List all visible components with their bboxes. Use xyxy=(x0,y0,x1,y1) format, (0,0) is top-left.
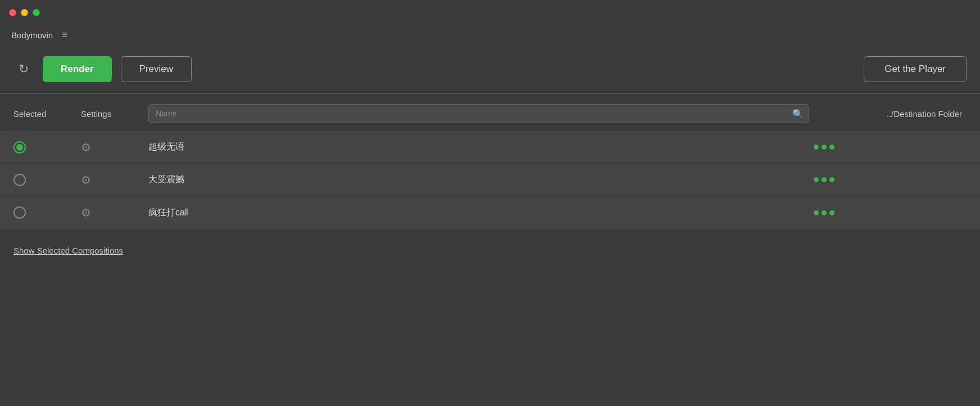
green-dots-2 xyxy=(814,177,834,182)
dot xyxy=(814,177,819,182)
search-wrapper: 🔍 xyxy=(148,104,809,123)
cell-settings-3: ⚙ xyxy=(81,206,148,219)
app-title: Bodymovin xyxy=(11,30,53,40)
maximize-button[interactable] xyxy=(33,9,40,16)
radio-button-1[interactable] xyxy=(13,141,26,154)
gear-icon-1[interactable]: ⚙ xyxy=(81,141,91,154)
green-dots-1 xyxy=(814,145,834,150)
cell-settings-1: ⚙ xyxy=(81,141,148,154)
get-player-button[interactable]: Get the Player xyxy=(864,56,967,82)
preview-button[interactable]: Preview xyxy=(121,56,192,82)
cell-selected-1 xyxy=(13,141,81,154)
dot xyxy=(829,177,834,182)
cell-settings-2: ⚙ xyxy=(81,173,148,187)
minimize-button[interactable] xyxy=(21,9,28,16)
cell-name-1: 超级无语 xyxy=(148,141,809,153)
gear-icon-3[interactable]: ⚙ xyxy=(81,206,91,219)
green-dots-3 xyxy=(814,210,834,215)
cell-name-2: 大受震撼 xyxy=(148,174,809,186)
dot xyxy=(822,145,827,150)
radio-button-2[interactable] xyxy=(13,174,26,186)
close-button[interactable] xyxy=(9,9,16,16)
table-row: ⚙ 大受震撼 xyxy=(0,164,980,196)
col-header-selected: Selected xyxy=(13,109,81,119)
dot xyxy=(814,210,819,215)
traffic-lights xyxy=(9,9,40,16)
column-headers: Selected Settings 🔍 ../Destination Folde… xyxy=(0,94,980,131)
col-header-search: 🔍 xyxy=(148,104,809,123)
dot xyxy=(829,210,834,215)
dot xyxy=(822,210,827,215)
table-row: ⚙ 疯狂打call xyxy=(0,196,980,229)
dot xyxy=(829,145,834,150)
dot xyxy=(822,177,827,182)
table-row: ⚙ 超级无语 xyxy=(0,131,980,164)
search-input[interactable] xyxy=(148,104,809,123)
show-selected-compositions-button[interactable]: Show Selected Compositions xyxy=(13,246,123,255)
toolbar: ↻ Render Preview Get the Player xyxy=(0,45,980,93)
cell-dots-3 xyxy=(809,210,967,215)
radio-inner-1 xyxy=(16,144,23,151)
cell-dots-2 xyxy=(809,177,967,182)
refresh-button[interactable]: ↻ xyxy=(13,59,34,79)
cell-name-3: 疯狂打call xyxy=(148,207,809,219)
app-header: Bodymovin ≡ xyxy=(0,25,980,45)
cell-selected-3 xyxy=(13,206,81,219)
col-header-destination: ../Destination Folder xyxy=(809,109,967,119)
cell-selected-2 xyxy=(13,174,81,186)
dot xyxy=(814,145,819,150)
menu-icon[interactable]: ≡ xyxy=(62,30,67,40)
gear-icon-2[interactable]: ⚙ xyxy=(81,173,91,187)
compositions-list: ⚙ 超级无语 ⚙ 大受震撼 xyxy=(0,131,980,229)
cell-dots-1 xyxy=(809,145,967,150)
col-header-settings: Settings xyxy=(81,109,148,119)
radio-button-3[interactable] xyxy=(13,206,26,219)
titlebar xyxy=(0,0,980,25)
render-button[interactable]: Render xyxy=(43,56,112,82)
footer: Show Selected Compositions xyxy=(0,229,980,273)
